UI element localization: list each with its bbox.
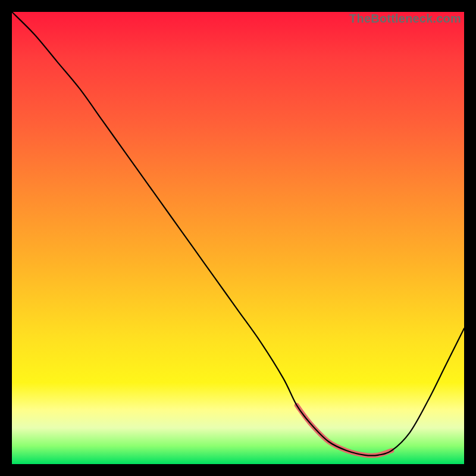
watermark-text: TheBottleneck.com [349, 12, 461, 26]
valley-highlight-curve [297, 405, 392, 456]
chart-plot-area: TheBottleneck.com [12, 12, 464, 464]
bottleneck-curve [12, 12, 464, 456]
chart-svg [12, 12, 464, 464]
